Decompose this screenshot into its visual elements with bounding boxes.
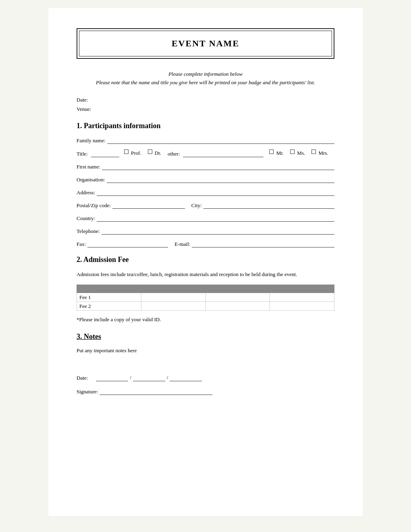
fee-col4-header [270, 285, 334, 293]
telephone-label: Telephone: [77, 228, 100, 235]
organisation-row: Organisation: [77, 176, 334, 183]
section1-heading: 1. Participants information [77, 122, 334, 130]
address-label: Address: [77, 189, 95, 196]
country-label: Country: [77, 215, 95, 222]
header-box-inner: EVENT NAME [79, 31, 332, 56]
other-input[interactable] [183, 150, 264, 157]
checkbox-dr-group: Dr. [148, 150, 164, 156]
fee-description: Admission fees include tea/coffee, lunch… [77, 270, 334, 279]
address-row: Address: [77, 189, 334, 196]
city-label: City: [191, 202, 202, 209]
fee-table-body: Fee 1 Fee 2 [77, 293, 334, 311]
fee1-label: Fee 1 [77, 293, 141, 302]
fee1-col4 [270, 293, 334, 302]
fee2-col2 [141, 302, 206, 311]
instruction-line2: Please note that the name and title you … [77, 79, 334, 87]
signature-label: Signature: [77, 389, 98, 395]
date-month-input[interactable] [133, 374, 165, 381]
prof-label: Prof. [131, 150, 141, 156]
address-input[interactable] [97, 189, 334, 196]
table-row: Fee 2 [77, 302, 334, 311]
dr-label: Dr. [155, 150, 161, 156]
title-row: Title: Prof. Dr. other: Mr. Ms. Mrs. [77, 150, 334, 157]
checkbox-mrs-group: Mrs. [311, 150, 330, 156]
fee1-col3 [206, 293, 270, 302]
first-name-row: First name: [77, 163, 334, 170]
fee-table-head [77, 285, 334, 293]
date-day-input[interactable] [96, 374, 128, 381]
ms-label: Ms. [297, 150, 305, 156]
fee-table: Fee 1 Fee 2 [77, 285, 334, 311]
city-input[interactable] [203, 202, 334, 209]
fee2-col3 [206, 302, 270, 311]
first-name-label: First name: [77, 164, 100, 170]
fax-input[interactable] [87, 240, 168, 247]
postal-city-row: Postal/Zip code: City: [77, 202, 334, 209]
postal-label: Postal/Zip code: [77, 202, 111, 209]
mrs-label: Mrs. [318, 150, 328, 156]
fee-table-header-row [77, 285, 334, 293]
sig-date-label: Date: [77, 375, 88, 381]
checkbox-prof-group: Prof. [124, 150, 144, 156]
organisation-label: Organisation: [77, 177, 105, 183]
fee-col2-header [141, 285, 206, 293]
telephone-row: Telephone: [77, 227, 334, 235]
family-name-label: Family name: [77, 137, 106, 144]
checkbox-prof[interactable] [124, 150, 129, 154]
checkbox-dr[interactable] [148, 150, 152, 154]
venue-label: Venue: [77, 104, 334, 114]
date-slash2: / [167, 374, 168, 381]
fee-col3-header [206, 285, 270, 293]
title-blank-input[interactable] [91, 150, 119, 157]
checkbox-mrs[interactable] [311, 150, 316, 154]
fax-label: Fax: [77, 241, 86, 247]
valid-id-note: *Please include a copy of your valid ID. [77, 316, 334, 323]
mr-label: Mr. [276, 150, 284, 156]
organisation-input[interactable] [107, 176, 334, 183]
instructions: Please complete information below Please… [77, 70, 334, 87]
family-name-row: Family name: [77, 137, 334, 144]
country-row: Country: [77, 214, 334, 222]
notes-text: Put any important notes here [77, 347, 334, 354]
signature-area: Date: / / Signature: [77, 374, 334, 395]
page: EVENT NAME Please complete information b… [48, 8, 363, 516]
telephone-input[interactable] [102, 227, 334, 235]
email-label: E-mail: [174, 241, 190, 247]
fee2-label: Fee 2 [77, 302, 141, 311]
family-name-input[interactable] [107, 137, 334, 144]
signature-date-row: Date: / / [77, 374, 334, 381]
date-venue-block: Date: Venue: [77, 95, 334, 114]
table-row: Fee 1 [77, 293, 334, 302]
event-title: EVENT NAME [172, 38, 239, 48]
section3-heading: 3. Notes [77, 332, 334, 341]
fax-email-row: Fax: E-mail: [77, 240, 334, 247]
title-label: Title: [77, 151, 88, 157]
email-input[interactable] [192, 240, 334, 247]
country-input[interactable] [97, 214, 334, 222]
fee-col1-header [77, 285, 141, 293]
section2-heading: 2. Admission Fee [77, 256, 334, 264]
fee2-col4 [270, 302, 334, 311]
checkbox-mr[interactable] [269, 150, 274, 154]
postal-input[interactable] [112, 202, 185, 209]
signature-row: Signature: [77, 388, 334, 395]
checkbox-ms[interactable] [290, 150, 295, 154]
checkbox-ms-group: Ms. [290, 150, 307, 156]
header-box: EVENT NAME [77, 28, 334, 59]
other-label: other: [168, 151, 180, 157]
instruction-line1: Please complete information below [77, 70, 334, 79]
checkbox-mr-group: Mr. [269, 150, 286, 156]
date-year-input[interactable] [170, 374, 202, 381]
first-name-input[interactable] [102, 163, 334, 170]
signature-input[interactable] [100, 388, 212, 395]
fee1-col2 [141, 293, 206, 302]
date-slash1: / [130, 374, 131, 381]
date-label: Date: [77, 95, 334, 104]
